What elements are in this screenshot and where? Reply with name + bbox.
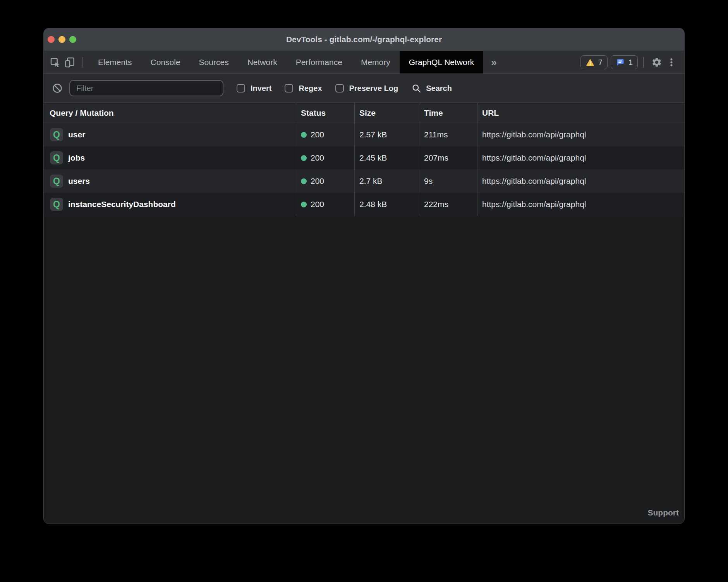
checkbox-box-regex[interactable] (285, 84, 293, 92)
minimize-window-button[interactable] (58, 36, 65, 43)
device-toolbar-icon (64, 56, 76, 68)
status-code: 200 (311, 153, 324, 163)
column-header-query[interactable]: Query / Mutation (44, 103, 296, 123)
request-table-body: Quser2002.57 kB211mshttps://gitlab.com/a… (44, 123, 684, 216)
query-icon: Q (50, 175, 63, 188)
zoom-window-button[interactable] (69, 36, 76, 43)
query-name-cell[interactable]: Qusers (44, 169, 296, 193)
titlebar: DevTools - gitlab.com/-/graphql-explorer (44, 28, 684, 51)
query-icon: Q (50, 151, 63, 164)
traffic-lights (48, 28, 76, 51)
tab-strip: ElementsConsoleSourcesNetworkPerformance… (89, 51, 483, 74)
query-name: instanceSecurityDashboard (68, 200, 176, 209)
warning-icon (585, 58, 595, 67)
status-code: 200 (311, 130, 324, 139)
settings-button[interactable] (649, 51, 664, 74)
tabbar-separator (82, 57, 83, 68)
request-row-users[interactable]: Qusers2002.7 kB9shttps://gitlab.com/api/… (44, 169, 684, 193)
tab-sources[interactable]: Sources (190, 51, 238, 74)
message-count: 1 (628, 58, 633, 67)
url-cell: https://gitlab.com/api/graphql (477, 146, 684, 169)
more-options-button[interactable] (664, 51, 679, 74)
clear-log-button[interactable] (50, 83, 65, 94)
status-code: 200 (311, 176, 324, 186)
url-cell: https://gitlab.com/api/graphql (477, 193, 684, 216)
status-ok-dot (301, 155, 307, 161)
query-name: user (68, 130, 85, 139)
column-header-size[interactable]: Size (355, 103, 419, 123)
query-name: users (68, 176, 90, 186)
warning-count: 7 (598, 58, 603, 67)
block-icon (52, 83, 63, 94)
status-cell: 200 (296, 193, 355, 216)
status-code: 200 (311, 200, 324, 209)
size-cell: 2.7 kB (355, 169, 419, 193)
checkbox-label: Invert (251, 84, 271, 93)
checkbox-preserve-log[interactable]: Preserve Log (335, 84, 398, 93)
filter-input[interactable] (69, 80, 223, 96)
gear-icon (651, 57, 662, 68)
column-header-time[interactable]: Time (419, 103, 477, 123)
request-row-instancesecuritydashboard[interactable]: QinstanceSecurityDashboard2002.48 kB222m… (44, 193, 684, 216)
message-icon (616, 58, 625, 67)
tab-memory[interactable]: Memory (352, 51, 400, 74)
time-cell: 211ms (419, 123, 477, 146)
checkbox-regex[interactable]: Regex (285, 84, 322, 93)
support-link[interactable]: Support (648, 508, 679, 517)
tab-performance[interactable]: Performance (287, 51, 352, 74)
filter-toolbar: InvertRegexPreserve Log Search (44, 74, 684, 103)
devtools-window: DevTools - gitlab.com/-/graphql-explorer… (43, 28, 685, 524)
tab-network[interactable]: Network (238, 51, 287, 74)
url-cell: https://gitlab.com/api/graphql (477, 123, 684, 146)
devtools-tabbar: ElementsConsoleSourcesNetworkPerformance… (44, 51, 684, 74)
checkbox-invert[interactable]: Invert (237, 84, 271, 93)
tabbar-separator-right (643, 57, 644, 68)
inspect-element-button[interactable] (48, 51, 62, 74)
query-name-cell[interactable]: Quser (44, 123, 296, 146)
query-name: jobs (68, 153, 85, 163)
url-cell: https://gitlab.com/api/graphql (477, 169, 684, 193)
status-cell: 200 (296, 123, 355, 146)
tab-elements[interactable]: Elements (89, 51, 141, 74)
search-icon (411, 83, 421, 93)
status-ok-dot (301, 132, 307, 138)
request-row-user[interactable]: Quser2002.57 kB211mshttps://gitlab.com/a… (44, 123, 684, 146)
time-cell: 222ms (419, 193, 477, 216)
tab-graphql-network[interactable]: GraphQL Network (400, 51, 483, 74)
time-cell: 207ms (419, 146, 477, 169)
messages-badge-button[interactable]: 1 (611, 55, 638, 69)
query-icon: Q (50, 128, 63, 141)
size-cell: 2.48 kB (355, 193, 419, 216)
request-row-jobs[interactable]: Qjobs2002.45 kB207mshttps://gitlab.com/a… (44, 146, 684, 169)
close-window-button[interactable] (48, 36, 55, 43)
window-title: DevTools - gitlab.com/-/graphql-explorer (286, 35, 442, 44)
query-icon: Q (50, 198, 63, 211)
status-ok-dot (301, 202, 307, 207)
time-cell: 9s (419, 169, 477, 193)
checkbox-label: Preserve Log (349, 84, 398, 93)
checkbox-box-invert[interactable] (237, 84, 245, 92)
tab-console[interactable]: Console (141, 51, 190, 74)
column-header-url[interactable]: URL (477, 103, 684, 123)
query-name-cell[interactable]: Qjobs (44, 146, 296, 169)
status-cell: 200 (296, 169, 355, 193)
size-cell: 2.57 kB (355, 123, 419, 146)
search-control[interactable]: Search (411, 83, 452, 93)
request-table-header: Query / Mutation Status Size Time URL (44, 103, 684, 123)
filter-options: InvertRegexPreserve Log (223, 84, 398, 93)
inspect-icon (49, 56, 61, 68)
toggle-device-toolbar-button[interactable] (62, 51, 77, 74)
query-name-cell[interactable]: QinstanceSecurityDashboard (44, 193, 296, 216)
warnings-badge-button[interactable]: 7 (580, 55, 608, 69)
status-cell: 200 (296, 146, 355, 169)
kebab-menu-icon (666, 57, 676, 67)
status-ok-dot (301, 178, 307, 184)
more-tabs-button[interactable]: » (483, 51, 504, 74)
size-cell: 2.45 kB (355, 146, 419, 169)
search-label: Search (426, 84, 452, 93)
checkbox-label: Regex (299, 84, 322, 93)
tabbar-spacer (505, 51, 577, 74)
column-header-status[interactable]: Status (296, 103, 355, 123)
checkbox-box-preserve-log[interactable] (335, 84, 344, 92)
